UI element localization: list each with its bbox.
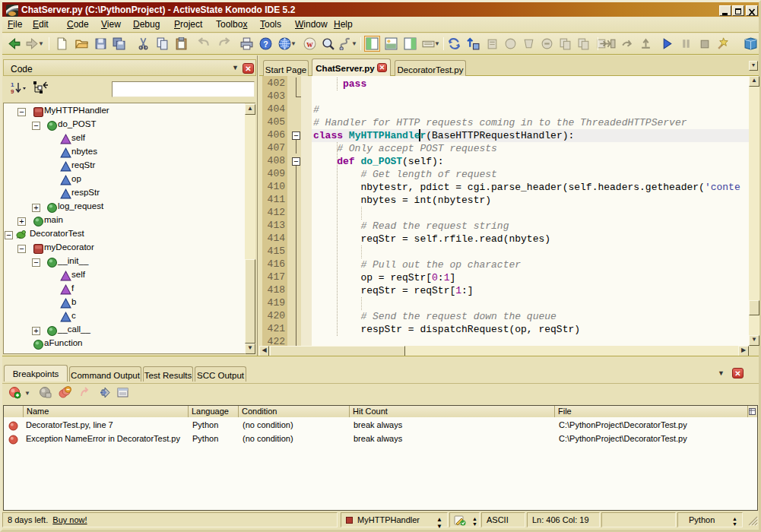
- svg-text:1: 1: [11, 81, 14, 88]
- svg-text:?: ?: [263, 40, 268, 49]
- svg-text:w: w: [306, 40, 313, 49]
- svg-text:9: 9: [11, 88, 14, 95]
